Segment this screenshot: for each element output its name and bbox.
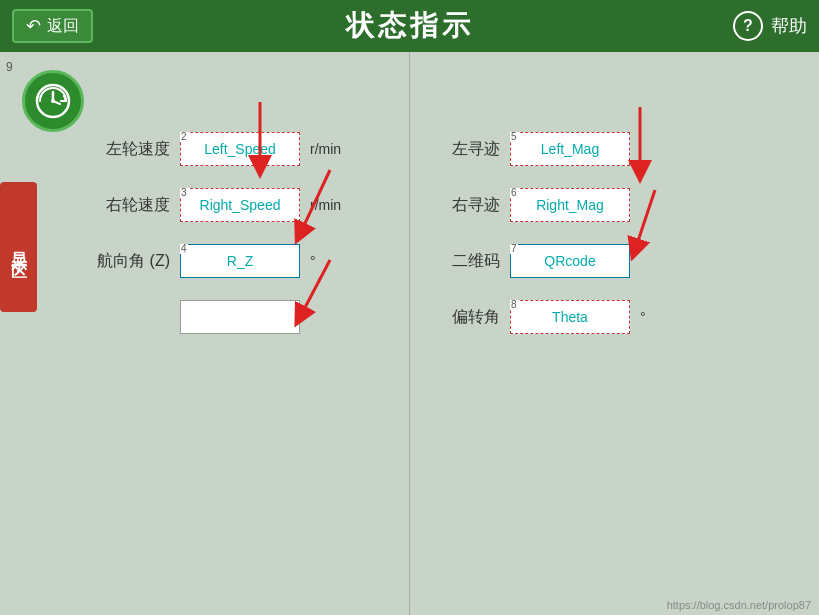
- v-divider: [409, 52, 410, 615]
- right-mag-label: 右寻迹: [430, 195, 500, 216]
- qrcode-value: QRcode: [544, 253, 595, 269]
- theta-value: Theta: [552, 309, 588, 325]
- back-label: 返回: [47, 16, 79, 37]
- left-speed-box[interactable]: 2 Left_Speed: [180, 132, 300, 166]
- field-num-4: 4: [180, 244, 188, 254]
- heading-box[interactable]: 4 R_Z: [180, 244, 300, 278]
- field-row-left-speed: 左轮速度 2 Left_Speed r/min: [80, 132, 409, 166]
- right-mag-value: Right_Mag: [536, 197, 604, 213]
- top-bar: ↶ 返回 状态指示 ? 帮助: [0, 0, 819, 52]
- field-row-right-mag: 右寻迹 6 Right_Mag: [430, 188, 810, 222]
- qrcode-label: 二维码: [430, 251, 500, 272]
- field-row-left-mag: 左寻迹 5 Left_Mag: [430, 132, 810, 166]
- back-button[interactable]: ↶ 返回: [12, 9, 93, 43]
- theta-box[interactable]: 8 Theta: [510, 300, 630, 334]
- field-num-8: 8: [510, 300, 518, 310]
- help-icon[interactable]: ?: [733, 11, 763, 41]
- field-row-theta: 偏转角 8 Theta °: [430, 300, 810, 334]
- field-row-empty: [80, 300, 409, 334]
- clock-icon[interactable]: [22, 70, 84, 132]
- page-title: 状态指示: [346, 7, 474, 45]
- right-speed-label: 右轮速度: [80, 195, 170, 216]
- theta-label: 偏转角: [430, 307, 500, 328]
- watermark: https://blog.csdn.net/prolop87: [667, 599, 811, 611]
- field-row-right-speed: 右轮速度 3 Right_Speed r/min: [80, 188, 409, 222]
- left-mag-label: 左寻迹: [430, 139, 500, 160]
- help-section: ? 帮助: [733, 11, 807, 41]
- field-num-3: 3: [180, 188, 188, 198]
- left-speed-unit: r/min: [310, 141, 341, 157]
- clock-svg: [34, 82, 72, 120]
- right-mag-box[interactable]: 6 Right_Mag: [510, 188, 630, 222]
- right-speed-box[interactable]: 3 Right_Speed: [180, 188, 300, 222]
- field-num-5: 5: [510, 132, 518, 142]
- left-speed-label: 左轮速度: [80, 139, 170, 160]
- left-speed-value: Left_Speed: [204, 141, 276, 157]
- empty-box: [180, 300, 300, 334]
- left-mag-value: Left_Mag: [541, 141, 599, 157]
- heading-label: 航向角 (Z): [80, 251, 170, 272]
- field-num-7: 7: [510, 244, 518, 254]
- right-panel: 左寻迹 5 Left_Mag 右寻迹 6 Right_Mag 二维码 7 QRc…: [420, 52, 810, 615]
- heading-unit: °: [310, 253, 316, 269]
- number-9-badge: 9: [6, 60, 13, 74]
- left-mag-box[interactable]: 5 Left_Mag: [510, 132, 630, 166]
- qrcode-box[interactable]: 7 QRcode: [510, 244, 630, 278]
- svg-point-3: [51, 99, 55, 103]
- field-num-6: 6: [510, 188, 518, 198]
- left-panel: 9 显示区 左轮速度 2 Left_Speed: [0, 52, 409, 615]
- field-row-qrcode: 二维码 7 QRcode: [430, 244, 810, 278]
- heading-value: R_Z: [227, 253, 253, 269]
- back-arrow-icon: ↶: [26, 15, 41, 37]
- field-num-2: 2: [180, 132, 188, 142]
- right-speed-value: Right_Speed: [200, 197, 281, 213]
- right-speed-unit: r/min: [310, 197, 341, 213]
- display-badge: 显示区: [0, 182, 37, 312]
- theta-unit: °: [640, 309, 646, 325]
- help-label: 帮助: [771, 14, 807, 38]
- field-row-heading: 航向角 (Z) 4 R_Z °: [80, 244, 409, 278]
